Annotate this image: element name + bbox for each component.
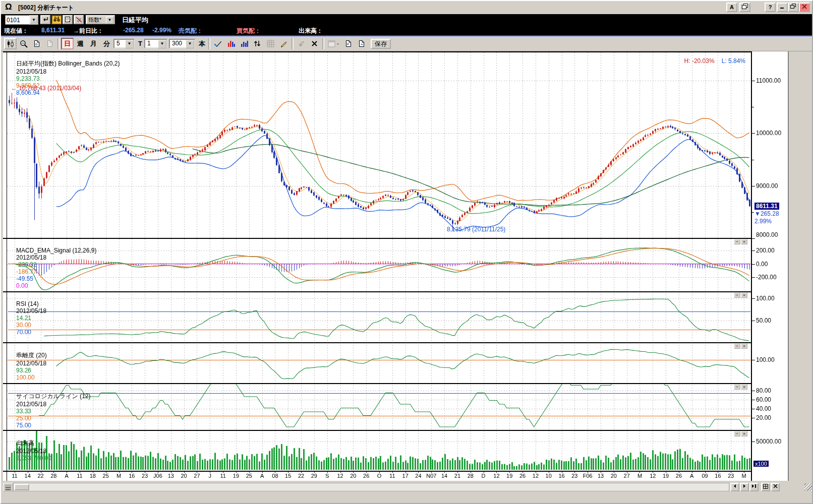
- low-percent: L: 5.84%: [722, 57, 745, 65]
- volume-histogram-button[interactable]: [238, 38, 251, 49]
- minimize-button[interactable]: [777, 3, 788, 12]
- delete-button[interactable]: [308, 38, 321, 49]
- x-axis-label: S: [325, 473, 329, 479]
- freehand-draw-button[interactable]: [212, 38, 224, 49]
- export-page-button[interactable]: [356, 38, 368, 49]
- x-axis-label: 20: [611, 473, 617, 479]
- panel-close-button[interactable]: ×: [741, 384, 747, 390]
- panel-minimize-button[interactable]: −: [734, 384, 740, 390]
- copy-page-button[interactable]: P: [342, 38, 355, 49]
- volume-panel-buttons: −×: [733, 431, 747, 436]
- x-axis-label: F06: [583, 473, 593, 479]
- y-axis-label: 80.00: [756, 387, 771, 394]
- scrollbar-thumb[interactable]: [14, 484, 29, 490]
- grid-button[interactable]: [264, 38, 277, 49]
- close-panel-button[interactable]: [771, 483, 780, 491]
- save-button[interactable]: 保存: [371, 39, 391, 49]
- panel-minimize-button[interactable]: −: [734, 292, 740, 298]
- period-month-button[interactable]: 月: [87, 38, 100, 49]
- symbol-code-dropdown[interactable]: ▼: [29, 15, 38, 25]
- search-registered-button[interactable]: [51, 15, 62, 24]
- rsi-high-threshold: 70.00: [16, 329, 31, 336]
- resize-grip[interactable]: [804, 483, 812, 491]
- font-button[interactable]: A: [726, 3, 737, 12]
- enter-button[interactable]: [40, 15, 50, 24]
- close-button[interactable]: [799, 3, 810, 12]
- eraser-button[interactable]: [295, 38, 308, 49]
- x-axis-label: 11: [220, 473, 225, 479]
- page-icon: D: [33, 40, 40, 47]
- x-axis-label: 26: [519, 473, 526, 479]
- price-change-badge: ▼265.28: [754, 210, 779, 217]
- memo-button[interactable]: [63, 15, 73, 24]
- macd-title: MACD_EMA_Signal (12,26,9): [16, 247, 96, 254]
- zoom-button[interactable]: [17, 38, 30, 49]
- change-label: →前日比：: [73, 27, 103, 35]
- toolbar-separator: [57, 38, 60, 49]
- title-bar: Ω [5002] 分析チャート A ?: [1, 1, 812, 15]
- y-axis-label: 40.00: [756, 405, 771, 412]
- bar-count-select[interactable]: 300▼: [169, 39, 195, 48]
- copy-window-button[interactable]: [739, 3, 750, 12]
- clear-draw-button[interactable]: [74, 15, 84, 24]
- price-panel-title: 日経平均(指数) Bollinger_Bands (20,2): [16, 60, 120, 67]
- layout-grid-button[interactable]: [761, 483, 770, 491]
- eraser-icon: [298, 40, 305, 47]
- panel-close-button[interactable]: ×: [741, 239, 747, 244]
- chart-area[interactable]: 日経平均(指数) Bollinger_Bands (20,2) 2012/05/…: [3, 51, 789, 481]
- x-axis-label: D: [482, 473, 486, 479]
- panel-minimize-button[interactable]: −: [734, 239, 740, 244]
- x-axis-label: 12: [533, 473, 539, 479]
- panel-close-button[interactable]: ×: [741, 431, 747, 436]
- y-axis-label: 100.00: [756, 295, 775, 302]
- period-week-button[interactable]: 週: [74, 38, 87, 49]
- draw-line-button[interactable]: [277, 38, 290, 49]
- panel-minimize-button[interactable]: −: [734, 431, 740, 436]
- blue-bars-icon: [241, 40, 248, 47]
- restore-button[interactable]: [788, 3, 799, 12]
- scroll-end-button[interactable]: [749, 483, 759, 491]
- bars-unit-label: 本: [199, 39, 205, 48]
- splitter-grip[interactable]: [3, 483, 13, 491]
- high-percent: H: -20.03%: [684, 57, 715, 65]
- symbol-type-select[interactable]: 指数*▼: [86, 15, 115, 24]
- x-axis-label: 12: [493, 473, 499, 479]
- chart-canvas[interactable]: [3, 51, 788, 481]
- new-page-button[interactable]: D: [30, 38, 43, 49]
- minute-interval-select[interactable]: 5▼: [113, 39, 135, 48]
- y-axis-label: 11000.00: [756, 77, 781, 84]
- help-button[interactable]: ?: [765, 3, 776, 12]
- psychological-panel-buttons: −×: [733, 384, 747, 390]
- y-axis-label: 10000.00: [756, 130, 781, 137]
- enter-arrow-icon: [42, 16, 49, 22]
- candlestick-chart-button[interactable]: [4, 38, 17, 49]
- period-minute-button[interactable]: 分: [100, 38, 113, 49]
- x-axis-label: 16: [558, 473, 564, 479]
- minimize-icon: [780, 4, 785, 9]
- deviation-panel-buttons: −×: [733, 343, 747, 349]
- x-axis-label: 14: [25, 473, 31, 479]
- price-panel-header: 日経平均(指数) Bollinger_Bands (20,2) 2012/05/…: [6, 52, 122, 103]
- deviation-panel-header: 乖離度 (20) 2012/05/18 93.26 100.00: [6, 344, 49, 388]
- macd-signal-value: -186.77: [16, 268, 37, 275]
- page-copy-button[interactable]: [43, 38, 56, 49]
- x-axis-label: 27: [194, 473, 200, 479]
- x-axis-label: J: [209, 473, 212, 479]
- compare-histogram-button[interactable]: [225, 38, 238, 49]
- period-day-button[interactable]: 日: [61, 38, 74, 49]
- window-layout-button[interactable]: [326, 38, 342, 49]
- scroll-right-button[interactable]: [740, 483, 749, 491]
- symbol-code-input[interactable]: [5, 15, 31, 25]
- sort-button[interactable]: [251, 38, 264, 49]
- deviation-title: 乖離度 (20): [16, 352, 47, 359]
- panel-close-button[interactable]: ×: [741, 292, 747, 298]
- scrollbar-track[interactable]: [13, 483, 729, 491]
- panel-minimize-button[interactable]: −: [734, 343, 740, 349]
- x-axis-label: M: [741, 473, 746, 479]
- low-annotation: 8,135.79 (2011/11/25): [447, 226, 505, 233]
- panel-close-button[interactable]: ×: [741, 343, 747, 349]
- x-axis-label: 24: [415, 473, 421, 479]
- scroll-left-button[interactable]: [730, 483, 739, 491]
- tick-interval-select[interactable]: 1▼: [144, 39, 167, 48]
- deviation-value: 93.26: [16, 367, 31, 374]
